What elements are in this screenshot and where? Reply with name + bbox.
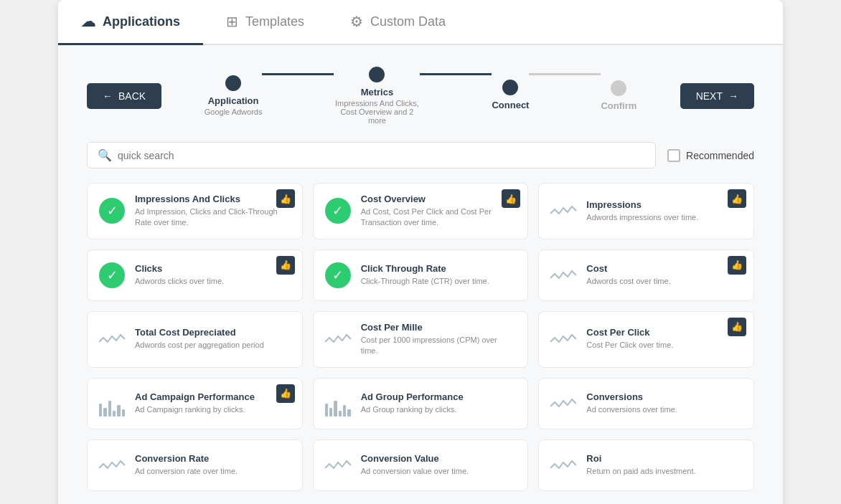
- wave-icon: [99, 326, 125, 352]
- metric-desc: Ad Cost, Cost Per Click and Cost Per Tra…: [361, 206, 517, 229]
- wave-icon: [325, 326, 351, 352]
- recommended-row: Recommended: [667, 149, 754, 162]
- metric-card-clicks[interactable]: ✓ Clicks Adwords clicks over time. 👍: [87, 249, 303, 301]
- step-circle-application: [225, 75, 241, 91]
- metric-text: Cost Per Mille Cost per 1000 impressions…: [361, 322, 517, 357]
- recommended-badge: 👍: [276, 189, 295, 208]
- step-connect: Connect: [492, 80, 529, 112]
- metric-desc: Ad Campaign ranking by clicks.: [135, 404, 291, 415]
- metric-title: Conversion Value: [361, 453, 517, 464]
- wave-icon: [550, 262, 576, 288]
- next-button[interactable]: NEXT →: [680, 83, 754, 109]
- metric-text: Cost Overview Ad Cost, Cost Per Click an…: [361, 194, 517, 229]
- tab-custom-data[interactable]: ⚙ Custom Data: [327, 0, 469, 45]
- metric-text: Conversion Value Ad conversion value ove…: [361, 453, 517, 477]
- recommended-checkbox[interactable]: [667, 149, 680, 162]
- wave-icon: [550, 326, 576, 352]
- step-circle-confirm: [611, 80, 626, 96]
- metric-text: Roi Return on paid ads investment.: [586, 453, 742, 477]
- tab-bar: ☁ Applications ⊞ Templates ⚙ Custom Data: [58, 0, 783, 45]
- stepper-row: ← BACK Application Google Adwords Metric…: [87, 67, 754, 125]
- recommended-badge: 👍: [276, 256, 295, 275]
- metric-card-ad-campaign-performance[interactable]: Ad Campaign Performance Ad Campaign rank…: [87, 378, 303, 429]
- bar-chart-icon: [325, 391, 351, 417]
- search-input[interactable]: [118, 150, 645, 161]
- metric-desc: Ad conversions over time.: [586, 404, 742, 415]
- metric-card-conversion-value[interactable]: Conversion Value Ad conversion value ove…: [313, 439, 529, 491]
- metric-card-conversion-rate[interactable]: Conversion Rate Ad conversion rate over …: [87, 439, 303, 491]
- metric-title: Ad Campaign Performance: [135, 391, 291, 402]
- metric-desc: Cost per 1000 impressions (CPM) over tim…: [361, 335, 517, 357]
- cloud-icon: ☁: [81, 13, 95, 30]
- wave-icon: [550, 198, 576, 224]
- search-box: 🔍: [87, 142, 656, 168]
- metric-card-impressions[interactable]: Impressions Adwords impressions over tim…: [538, 183, 754, 239]
- metric-text: Cost Per Click Cost Per Click over time.: [586, 327, 742, 351]
- tab-templates[interactable]: ⊞ Templates: [203, 0, 327, 45]
- metric-card-cost-per-click[interactable]: Cost Per Click Cost Per Click over time.…: [538, 311, 754, 368]
- search-row: 🔍 Recommended: [87, 142, 754, 168]
- metric-text: Clicks Adwords clicks over time.: [135, 263, 291, 287]
- stepper: Application Google Adwords Metrics Impre…: [205, 67, 637, 125]
- recommended-badge: 👍: [502, 189, 520, 208]
- metric-desc: Ad Group ranking by clicks.: [361, 404, 517, 415]
- wave-icon: [550, 391, 576, 417]
- metric-desc: Ad conversion value over time.: [361, 466, 517, 477]
- main-container: ☁ Applications ⊞ Templates ⚙ Custom Data…: [58, 0, 783, 504]
- metric-desc: Adwords cost over time.: [586, 276, 742, 287]
- recommended-badge: 👍: [728, 256, 746, 275]
- step-application: Application Google Adwords: [205, 75, 263, 116]
- wave-icon: [99, 452, 125, 478]
- tab-applications[interactable]: ☁ Applications: [58, 0, 203, 45]
- grid-icon: ⊞: [226, 13, 238, 30]
- metric-desc: Adwords impressions over time.: [586, 212, 742, 223]
- recommended-label: Recommended: [686, 150, 754, 161]
- metric-text: Total Cost Depreciated Adwords cost per …: [135, 327, 291, 351]
- metric-card-ad-group-performance[interactable]: Ad Group Performance Ad Group ranking by…: [313, 378, 529, 429]
- metric-text: Conversions Ad conversions over time.: [586, 391, 742, 415]
- metric-card-total-cost-depreciated[interactable]: Total Cost Depreciated Adwords cost per …: [87, 311, 303, 368]
- metric-text: Cost Adwords cost over time.: [586, 263, 742, 287]
- check-icon: ✓: [325, 262, 351, 288]
- wave-icon: [325, 452, 351, 478]
- metric-card-conversions[interactable]: Conversions Ad conversions over time.: [538, 378, 754, 429]
- metric-card-cost[interactable]: Cost Adwords cost over time. 👍: [538, 249, 754, 301]
- metric-text: Impressions And Clicks Ad Impression, Cl…: [135, 194, 291, 229]
- metric-card-cost-per-mille[interactable]: Cost Per Mille Cost per 1000 impressions…: [313, 311, 529, 368]
- metric-card-impressions-clicks[interactable]: ✓ Impressions And Clicks Ad Impression, …: [87, 183, 303, 239]
- metric-card-click-through-rate[interactable]: ✓ Click Through Rate Click-Through Rate …: [313, 249, 529, 301]
- gear-icon: ⚙: [350, 13, 363, 30]
- metric-text: Conversion Rate Ad conversion rate over …: [135, 453, 291, 477]
- metric-title: Conversion Rate: [135, 453, 291, 464]
- metric-text: Ad Group Performance Ad Group ranking by…: [361, 391, 517, 415]
- back-button[interactable]: ← BACK: [87, 83, 161, 109]
- recommended-badge: 👍: [276, 384, 295, 403]
- metric-card-cost-overview[interactable]: ✓ Cost Overview Ad Cost, Cost Per Click …: [313, 183, 529, 239]
- metric-desc: Click-Through Rate (CTR) over time.: [361, 276, 517, 287]
- step-confirm: Confirm: [601, 80, 636, 111]
- check-icon: ✓: [325, 198, 351, 224]
- metric-title: Cost: [586, 263, 742, 274]
- check-icon: ✓: [99, 198, 125, 224]
- metric-grid: ✓ Impressions And Clicks Ad Impression, …: [87, 183, 754, 491]
- metric-text: Ad Campaign Performance Ad Campaign rank…: [135, 391, 291, 415]
- metric-title: Roi: [586, 453, 742, 464]
- metric-card-roi[interactable]: Roi Return on paid ads investment.: [538, 439, 754, 491]
- metric-desc: Adwords clicks over time.: [135, 276, 291, 287]
- content-area: ← BACK Application Google Adwords Metric…: [58, 45, 783, 504]
- step-metrics: Metrics Impressions And Clicks, Cost Ove…: [334, 67, 420, 125]
- next-arrow-icon: →: [728, 90, 738, 102]
- bar-chart-icon: [99, 391, 125, 417]
- step-circle-connect: [502, 80, 518, 95]
- metric-title: Click Through Rate: [361, 263, 517, 274]
- metric-text: Click Through Rate Click-Through Rate (C…: [361, 263, 517, 287]
- metric-title: Cost Per Click: [586, 327, 742, 338]
- search-icon: 🔍: [98, 148, 112, 162]
- recommended-badge: 👍: [728, 189, 746, 208]
- check-icon: ✓: [99, 262, 125, 288]
- metric-title: Total Cost Depreciated: [135, 327, 291, 338]
- metric-title: Cost Per Mille: [361, 322, 517, 333]
- metric-title: Ad Group Performance: [361, 391, 517, 402]
- step-circle-metrics: [369, 67, 385, 82]
- metric-text: Impressions Adwords impressions over tim…: [586, 199, 742, 223]
